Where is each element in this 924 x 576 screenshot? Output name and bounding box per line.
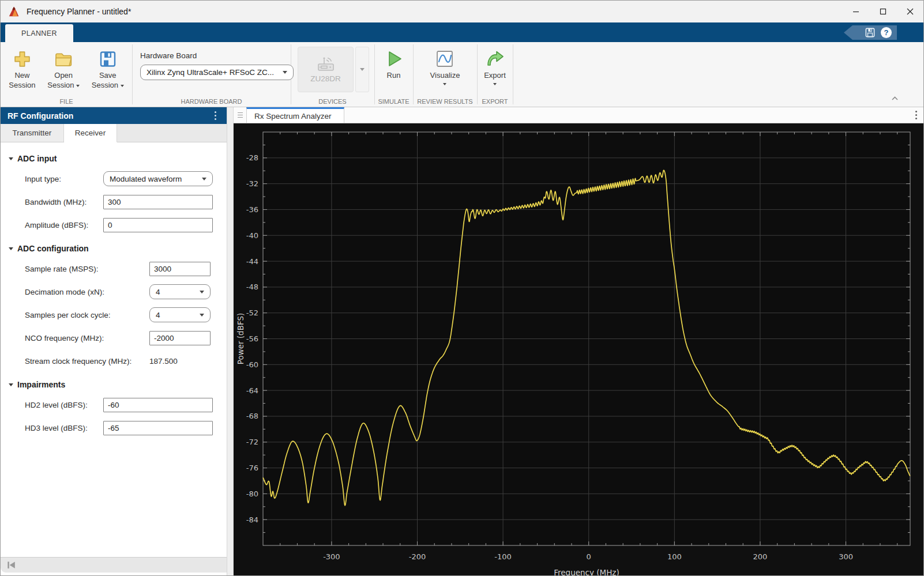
group-caption-file: FILE [1,98,132,105]
svg-text:-44: -44 [246,257,258,266]
form-row: NCO frequency (MHz): [25,330,227,345]
tabbar-menu-kebab-icon[interactable] [908,107,923,123]
visualize-button[interactable]: Visualize [430,47,460,85]
export-label: Export [484,70,506,80]
run-label: Run [387,70,401,80]
tab-planner[interactable]: PLANNER [5,24,73,42]
section-title: Impairments [17,380,65,389]
hardware-board-value: Xilinx Zynq UltraScale+ RFSoC ZC... [147,68,274,77]
svg-text:-40: -40 [246,231,258,240]
new-session-label: New [14,71,29,80]
text-field[interactable] [103,195,213,209]
export-button[interactable]: Export [484,47,506,85]
close-button[interactable] [896,1,923,22]
text-field[interactable] [103,398,213,412]
panel-menu-kebab-icon[interactable] [211,111,220,121]
svg-text:-36: -36 [246,205,258,214]
export-icon [485,47,505,70]
svg-text:-84: -84 [246,515,258,524]
hardware-board-dropdown[interactable]: Xilinx Zynq UltraScale+ RFSoC ZC... [140,65,294,80]
dropdown-field[interactable]: Modulated waveform [103,171,213,186]
skip-to-start-icon[interactable] [6,560,17,570]
chevron-down-icon [121,85,124,87]
text-field[interactable] [103,218,213,232]
field-label: Decimation mode (xN): [25,288,149,296]
collapse-caret-icon [9,157,13,160]
field-label: HD3 level (dBFS): [25,424,103,432]
dropdown-value: 4 [156,311,160,319]
form-row: Samples per clock cycle:4 [25,307,227,322]
visualize-label: Visualize [430,70,460,80]
svg-text:Power (dBFS): Power (dBFS) [236,313,245,365]
visualize-icon [435,47,454,70]
drag-grip-icon[interactable] [234,107,246,123]
hardware-board-label: Hardware Board [140,51,291,60]
open-folder-icon [54,47,73,70]
panel-header: RF Configuration [1,107,227,124]
tab-rx-spectrum-analyzer[interactable]: Rx Spectrum Analyzer [246,107,344,123]
form-row: Sample rate (MSPS): [25,261,227,276]
svg-text:-52: -52 [246,308,258,317]
svg-text:-76: -76 [246,464,258,472]
titlebar: Frequency Planner - untitled* [1,1,923,22]
group-caption-export: EXPORT [477,98,513,105]
svg-text:-80: -80 [246,490,258,498]
svg-text:100: 100 [667,552,682,561]
group-caption-simulate: SIMULATE [374,98,413,105]
chevron-down-icon [200,291,204,293]
field-label: NCO frequency (MHz): [25,334,149,342]
field-label: Samples per clock cycle: [25,311,149,319]
device-zu28dr-button[interactable]: ZU28DR [298,47,354,92]
quick-access-toolbar: ? [844,25,897,40]
section-title: ADC input [17,154,57,163]
dropdown-field[interactable]: 4 [149,307,211,322]
section-title: ADC configuration [17,244,89,253]
maximize-button[interactable] [869,1,896,22]
panel-divider[interactable] [227,107,234,575]
toolstrip: NewSession OpenSession SaveSession FILE [1,42,923,107]
collapse-ribbon-button[interactable] [890,94,899,102]
device-dropdown-button[interactable] [355,47,369,92]
panel-title: RF Configuration [7,111,73,121]
dropdown-field[interactable]: 4 [149,284,211,299]
collapse-caret-icon [9,383,13,386]
help-icon[interactable]: ? [881,27,892,38]
group-caption-review: REVIEW RESULTS [413,98,477,105]
section-header[interactable]: ADC configuration [9,244,227,253]
text-field[interactable] [149,262,211,276]
chevron-down-icon [360,68,365,71]
chevron-down-icon [493,83,497,85]
tab-receiver[interactable]: Receiver [64,124,117,142]
spectrum-plot-area: -300-200-1000100200300-84-80-76-72-68-64… [234,123,923,575]
run-button[interactable]: Run [384,47,404,80]
svg-text:-100: -100 [494,552,512,561]
form-row: Bandwidth (MHz): [25,194,227,209]
chevron-down-icon [202,178,206,180]
save-session-button[interactable]: SaveSession [92,47,124,90]
dropdown-value: Modulated waveform [110,175,182,183]
new-session-button[interactable]: NewSession [9,47,35,90]
group-hardware-board: Hardware Board Xilinx Zynq UltraScale+ R… [132,42,291,107]
spectrum-plot[interactable]: -300-200-1000100200300-84-80-76-72-68-64… [234,123,924,576]
field-label: Input type: [25,175,103,183]
field-label: Bandwidth (MHz): [25,198,103,206]
section-header[interactable]: ADC input [9,154,227,163]
run-icon [384,47,404,70]
tab-transmitter[interactable]: Transmitter [1,124,64,142]
group-caption-hardware: HARDWARE BOARD [132,98,291,105]
text-field[interactable] [103,421,213,435]
field-label: Stream clock frequency (MHz): [25,357,149,366]
app-window: Frequency Planner - untitled* PLANNER ? [0,0,924,576]
device-zu28dr-label: ZU28DR [310,74,341,83]
svg-text:-48: -48 [246,283,258,291]
group-simulate: Run SIMULATE [374,42,413,107]
spectrum-panel: Rx Spectrum Analyzer -300-200-1000100200… [234,107,923,575]
rf-config-tabs: Transmitter Receiver [1,124,227,142]
rf-configuration-panel: RF Configuration Transmitter Receiver AD… [1,107,227,575]
section-header[interactable]: Impairments [9,380,227,389]
open-session-button[interactable]: OpenSession [47,47,80,90]
text-field[interactable] [149,331,211,345]
window-controls [842,1,923,22]
minimize-button[interactable] [842,1,869,22]
save-icon[interactable] [865,27,876,38]
